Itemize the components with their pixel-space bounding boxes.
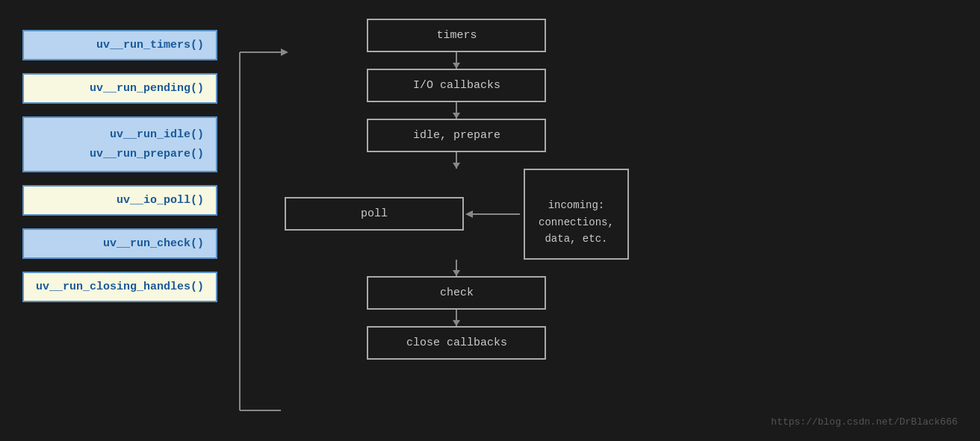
check-phase-label: check (440, 287, 474, 299)
arrow-3 (456, 152, 457, 169)
idle-prepare-phase-label: idle, prepare (413, 129, 500, 142)
check-func-box: uv__run_check() (22, 228, 217, 259)
io-callbacks-phase-box: I/O callbacks (367, 69, 546, 102)
timers-phase-box: timers (367, 19, 546, 52)
close-callbacks-phase-box: close callbacks (367, 326, 546, 360)
arrow-2 (456, 102, 457, 119)
right-area: timers I/O callbacks idle, prepare poll (285, 19, 629, 360)
closing-func-label: uv__run_closing_handles() (36, 281, 204, 293)
arrow-1 (456, 52, 457, 69)
close-callbacks-phase-label: close callbacks (406, 337, 507, 349)
poll-phase-label: poll (361, 207, 388, 220)
left-functions-column: uv__run_timers() uv__run_pending() uv__r… (22, 19, 217, 302)
prepare-func-label: uv__run_prepare() (36, 145, 204, 164)
poll-func-box: uv__io_poll() (22, 185, 217, 216)
poll-row: poll incoming: connections, data, etc. (285, 169, 629, 260)
pending-func-box: uv__run_pending() (22, 73, 217, 104)
arrow-5 (456, 310, 457, 326)
svg-marker-5 (465, 210, 473, 218)
poll-func-label: uv__io_poll() (117, 194, 204, 207)
incoming-box: incoming: connections, data, etc. (524, 169, 629, 260)
idle-func-label: uv__run_idle() (36, 125, 204, 145)
diagram-container: uv__run_timers() uv__run_pending() uv__r… (0, 0, 980, 441)
check-phase-box: check (367, 276, 546, 310)
timers-func-box: uv__run_timers() (22, 30, 217, 60)
io-callbacks-phase-label: I/O callbacks (413, 79, 500, 92)
pending-func-label: uv__run_pending() (90, 82, 204, 95)
connector-svg (217, 30, 292, 433)
incoming-label: incoming: connections, data, etc. (539, 199, 614, 245)
poll-phase-box: poll (285, 197, 464, 231)
idle-prepare-phase-box: idle, prepare (367, 119, 546, 152)
incoming-arrow-svg (464, 199, 524, 229)
phases-column: timers I/O callbacks idle, prepare poll (285, 19, 629, 360)
check-func-label: uv__run_check() (103, 237, 204, 250)
watermark-text: https://blog.csdn.net/DrBlack666 (771, 416, 958, 428)
timers-func-label: uv__run_timers() (96, 39, 204, 51)
arrow-4 (456, 260, 457, 276)
idle-prepare-func-box: uv__run_idle() uv__run_prepare() (22, 116, 217, 172)
timers-phase-label: timers (436, 29, 477, 42)
closing-func-box: uv__run_closing_handles() (22, 272, 217, 302)
